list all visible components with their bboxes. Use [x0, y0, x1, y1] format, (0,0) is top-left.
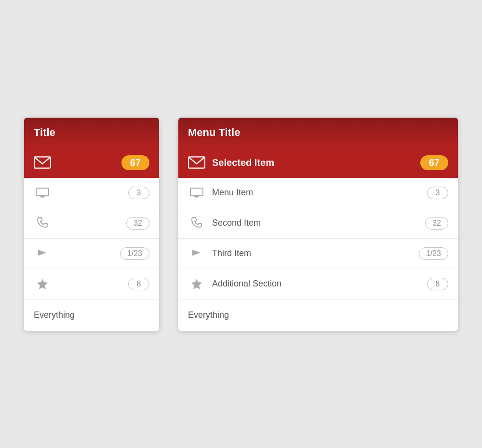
- mail-icon-expanded: [188, 155, 205, 170]
- collapsed-item-star[interactable]: 8: [24, 269, 159, 299]
- collapsed-item-monitor[interactable]: 3: [24, 178, 159, 208]
- phone-icon-expanded: [188, 217, 205, 230]
- collapsed-count-star: 8: [128, 278, 149, 290]
- expanded-label-monitor: Menu Item: [212, 188, 420, 198]
- expanded-everything[interactable]: Everything: [178, 299, 458, 331]
- expanded-count-star: 8: [427, 278, 448, 290]
- expanded-header: Menu Title: [178, 118, 458, 148]
- collapsed-selected-badge: 67: [121, 155, 149, 170]
- collapsed-count-flag: 1/23: [120, 247, 149, 260]
- svg-marker-9: [191, 279, 202, 289]
- svg-rect-1: [36, 188, 49, 196]
- expanded-item-star[interactable]: Additional Section 8: [178, 269, 458, 299]
- expanded-selected-label: Selected Item: [212, 157, 414, 168]
- phone-icon: [34, 217, 51, 230]
- collapsed-everything[interactable]: Everything: [24, 299, 159, 331]
- expanded-menu-items: Menu Item 3 Second Item 32 Third: [178, 178, 458, 299]
- collapsed-item-flag[interactable]: 1/23: [24, 239, 159, 269]
- expanded-label-star: Additional Section: [212, 279, 420, 289]
- expanded-item-monitor[interactable]: Menu Item 3: [178, 178, 458, 208]
- star-icon: [34, 278, 51, 290]
- expanded-item-phone[interactable]: Second Item 32: [178, 208, 458, 239]
- monitor-icon: [34, 188, 51, 198]
- expanded-selected-badge: 67: [420, 155, 448, 170]
- expanded-count-monitor: 3: [427, 187, 448, 199]
- svg-rect-6: [190, 188, 203, 196]
- collapsed-count-phone: 32: [126, 217, 149, 230]
- collapsed-title: Title: [34, 126, 55, 139]
- expanded-count-flag: 1/23: [419, 247, 448, 260]
- collapsed-item-phone[interactable]: 32: [24, 208, 159, 239]
- expanded-title: Menu Title: [188, 126, 240, 139]
- expanded-count-phone: 32: [425, 217, 448, 230]
- collapsed-menu-items: 3 32 1/23: [24, 178, 159, 299]
- collapsed-header: Title: [24, 118, 159, 148]
- monitor-icon-expanded: [188, 188, 205, 198]
- star-icon-expanded: [188, 278, 205, 290]
- collapsed-selected-row[interactable]: 67: [24, 148, 159, 178]
- expanded-panel: Menu Title Selected Item 67: [178, 118, 458, 331]
- flag-icon: [34, 248, 51, 259]
- collapsed-panel: Title 67: [24, 118, 159, 331]
- expanded-item-flag[interactable]: Third Item 1/23: [178, 239, 458, 269]
- collapsed-count-monitor: 3: [128, 187, 149, 199]
- expanded-label-phone: Second Item: [212, 218, 418, 228]
- expanded-label-flag: Third Item: [212, 248, 412, 258]
- expanded-selected-row[interactable]: Selected Item 67: [178, 148, 458, 178]
- mail-icon: [34, 155, 51, 170]
- flag-icon-expanded: [188, 248, 205, 259]
- svg-marker-4: [37, 279, 48, 289]
